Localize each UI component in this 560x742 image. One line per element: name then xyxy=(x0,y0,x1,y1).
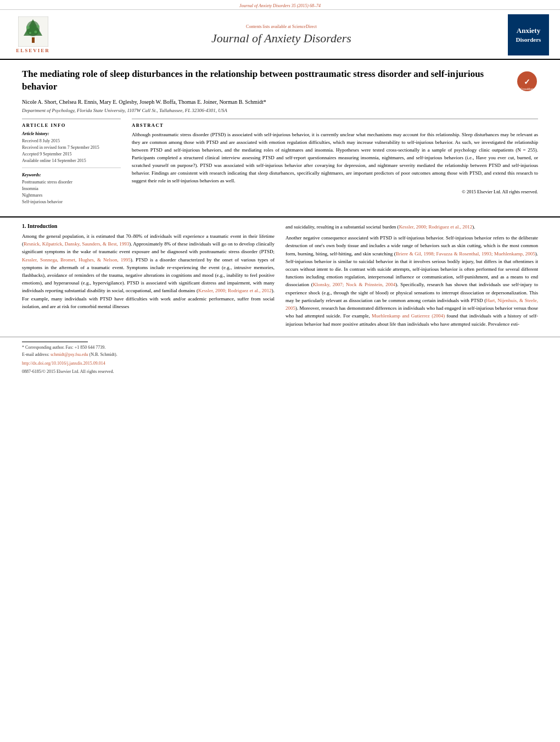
keywords-section: Keywords: Posttraumatic stress disorder … xyxy=(22,172,121,205)
article-content: The mediating role of sleep disturbances… xyxy=(0,60,560,211)
body-left-text: Among the general population, it is esti… xyxy=(22,232,275,310)
footer-divider xyxy=(22,342,88,342)
keywords-label: Keywords: xyxy=(22,172,121,177)
intro-heading: 1. Introduction xyxy=(22,223,275,229)
article-title: The mediating role of sleep disturbances… xyxy=(22,68,516,93)
anxiety-disorders-logo: Anxiety Disorders xyxy=(508,14,549,55)
header-section: ELSEVIER Contents lists available at Sci… xyxy=(0,10,560,60)
elsevier-wordmark: ELSEVIER xyxy=(16,48,50,53)
svg-point-7 xyxy=(29,32,31,34)
issn-line: 0887-6185/© 2015 Elsevier Ltd. All right… xyxy=(22,369,538,376)
svg-point-8 xyxy=(34,31,37,34)
abstract-heading: ABSTRACT xyxy=(132,122,538,128)
body-para-3: Another negative consequence associated … xyxy=(285,234,538,328)
email-link[interactable]: schmidt@psy.fsu.edu xyxy=(51,352,88,357)
body-para-2: and suicidality, resulting in a substant… xyxy=(285,223,538,231)
journal-citation: Journal of Anxiety Disorders 35 (2015) 6… xyxy=(239,3,321,8)
abstract-col: ABSTRACT Although posttraumatic stress d… xyxy=(132,119,538,205)
sciencedirect-link[interactable]: ScienceDirect xyxy=(292,24,317,29)
elsevier-tree-icon xyxy=(18,16,48,47)
svg-point-5 xyxy=(26,26,30,29)
doi-link[interactable]: http://dx.doi.org/10.1016/j.janxdis.2015… xyxy=(22,360,538,367)
accepted-date: Accepted 9 September 2015 xyxy=(22,151,121,158)
svg-point-6 xyxy=(36,25,39,28)
keyword-insomnia: Insomnia xyxy=(22,186,121,192)
keyword-nightmares: Nightmares xyxy=(22,192,121,199)
article-info-abstract: ARTICLE INFO Article history: Received 8… xyxy=(22,119,538,205)
sciencedirect-line: Contents lists available at ScienceDirec… xyxy=(55,24,508,29)
ref-resnick[interactable]: Resnick, Kilpatrick, Dansky, Saunders, &… xyxy=(24,241,129,247)
abstract-text: Although posttraumatic stress disorder (… xyxy=(132,131,538,185)
corresponding-author-note: * Corresponding author. Fax: +1 850 644 … xyxy=(22,344,538,352)
body-left-col: 1. Introduction Among the general popula… xyxy=(22,223,275,331)
email-note: (N.B. Schmidt). xyxy=(89,352,117,357)
page-container: Journal of Anxiety Disorders 35 (2015) 6… xyxy=(0,0,560,376)
ref-briere[interactable]: Briere & Gil, 1998; Favazza & Rosenthal,… xyxy=(396,251,535,256)
keyword-ptsd: Posttraumatic stress disorder xyxy=(22,179,121,186)
journal-title-center: Contents lists available at ScienceDirec… xyxy=(55,24,508,46)
article-history-section: Article history: Received 8 July 2015 Re… xyxy=(22,131,121,168)
received-date: Received 8 July 2015 xyxy=(22,138,121,144)
available-online-date: Available online 14 September 2015 xyxy=(22,158,121,164)
keyword-sib: Self-injurious behavior xyxy=(22,199,121,205)
footer-notes: * Corresponding author. Fax: +1 850 644 … xyxy=(0,337,560,376)
body-section: 1. Introduction Among the general popula… xyxy=(0,216,560,376)
journal-top-bar: Journal of Anxiety Disorders 35 (2015) 6… xyxy=(0,0,560,10)
elsevier-logo: ELSEVIER xyxy=(11,16,55,53)
article-history-label: Article history: xyxy=(22,131,121,136)
affiliation: Department of Psychology, Florida State … xyxy=(22,108,538,113)
journal-title: Journal of Anxiety Disorders xyxy=(55,31,508,46)
ref-kessler-1995[interactable]: Kessler, Sonnega, Bromet, Hughes, & Nels… xyxy=(22,257,131,263)
ref-kessler-2000b[interactable]: Kessler, 2000; Rodriguez et al., 2012 xyxy=(399,224,473,230)
ref-kessler-2000[interactable]: Kessler, 2000; Rodriguez et al., 2012 xyxy=(198,288,272,293)
svg-text:CrossMark: CrossMark xyxy=(520,87,534,91)
ref-klonsky[interactable]: Klonsky, 2007; Nock & Prinstein, 2004 xyxy=(313,282,396,287)
body-two-col: 1. Introduction Among the general popula… xyxy=(0,223,560,331)
ref-muehlenkamp[interactable]: Muehlenkamp and Gutierrez (2004) xyxy=(372,313,445,319)
authors: Nicole A. Short, Chelsea R. Ennis, Mary … xyxy=(22,98,538,106)
article-info-col: ARTICLE INFO Article history: Received 8… xyxy=(22,119,121,205)
copyright-line: © 2015 Elsevier Ltd. All rights reserved… xyxy=(132,189,538,194)
body-right-text: and suicidality, resulting in a substant… xyxy=(285,223,538,328)
body-right-col: and suicidality, resulting in a substant… xyxy=(285,223,538,331)
article-title-row: The mediating role of sleep disturbances… xyxy=(22,68,538,93)
email-line: E-mail address: schmidt@psy.fsu.edu (N.B… xyxy=(22,352,538,359)
received-revised-date: Received in revised form 7 September 201… xyxy=(22,144,121,151)
email-label: E-mail address: xyxy=(22,352,49,357)
svg-rect-1 xyxy=(32,37,35,43)
body-para-1: Among the general population, it is esti… xyxy=(22,232,275,310)
svg-text:✓: ✓ xyxy=(524,78,530,86)
article-info-heading: ARTICLE INFO xyxy=(22,122,121,128)
crossmark-icon: ✓ CrossMark xyxy=(516,70,538,92)
ref-hart[interactable]: Hart, Nijenhuis, & Steele, 2005 xyxy=(285,298,538,311)
